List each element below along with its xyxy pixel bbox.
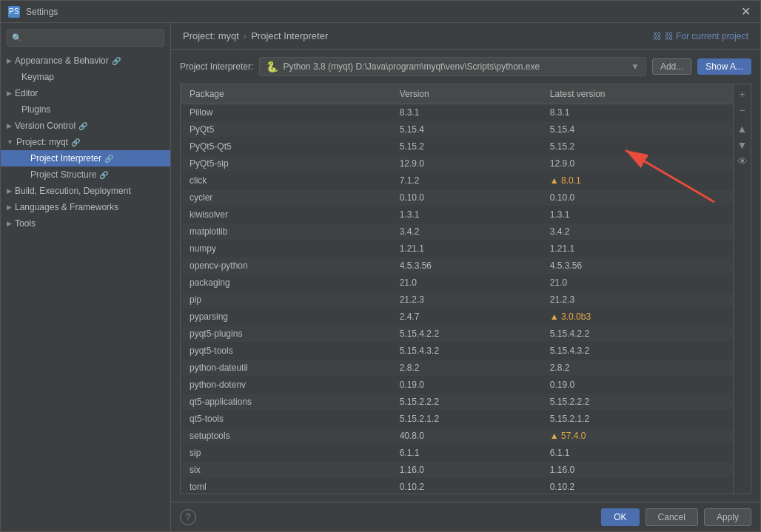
table-row[interactable]: Pillow8.3.18.3.1 xyxy=(181,104,733,121)
chain-icon: ⛓ xyxy=(653,31,662,41)
package-latest: 1.3.1 xyxy=(541,206,733,223)
package-latest: 5.15.2.1.2 xyxy=(541,411,733,428)
table-row[interactable]: cycler0.10.00.10.0 xyxy=(181,189,733,206)
scroll-up-button[interactable]: ▲ xyxy=(735,121,750,136)
help-button[interactable]: ? xyxy=(180,509,196,525)
interpreter-select[interactable]: 🐍 Python 3.8 (myqt) D:\Java\program\myqt… xyxy=(259,57,646,76)
right-panel: Project: myqt › Project Interpreter ⛓ ⛓ … xyxy=(171,23,760,531)
remove-package-button[interactable]: − xyxy=(735,103,750,118)
sidebar-item-appearance[interactable]: ▶ Appearance & Behavior 🔗 xyxy=(1,53,170,69)
package-name: packaging xyxy=(181,275,391,292)
sidebar-item-plugins[interactable]: Plugins xyxy=(1,101,170,118)
sidebar-item-project-myqt[interactable]: ▼ Project: myqt 🔗 xyxy=(1,134,170,150)
package-latest: ▲ 8.0.1 xyxy=(541,172,733,189)
table-row[interactable]: qt5-tools5.15.2.1.25.15.2.1.2 xyxy=(181,411,733,428)
show-all-button[interactable]: Show A... xyxy=(697,58,751,75)
table-row[interactable]: setuptools40.8.0▲ 57.4.0 xyxy=(181,428,733,445)
packages-table-wrapper: Package Version Latest version Pillow8.3… xyxy=(180,84,751,494)
sidebar-item-project-interpreter[interactable]: Project Interpreter 🔗 xyxy=(1,150,170,166)
package-name: numpy xyxy=(181,240,391,257)
search-input[interactable] xyxy=(25,33,159,43)
cancel-button[interactable]: Cancel xyxy=(646,508,698,526)
col-version: Version xyxy=(391,84,541,104)
package-version: 1.21.1 xyxy=(391,240,541,257)
ok-button[interactable]: OK xyxy=(601,508,639,526)
table-row[interactable]: opencv-python4.5.3.564.5.3.56 xyxy=(181,257,733,275)
package-version: 5.15.4.2.2 xyxy=(391,326,541,343)
sidebar: 🔍 ▶ Appearance & Behavior 🔗 Keymap ▶ Edi… xyxy=(1,23,171,531)
expand-arrow: ▶ xyxy=(7,187,12,195)
table-row[interactable]: pyparsing2.4.7▲ 3.0.0b3 xyxy=(181,309,733,326)
col-package: Package xyxy=(181,84,391,104)
add-interpreter-button[interactable]: Add... xyxy=(652,58,691,75)
scroll-down-button[interactable]: ▼ xyxy=(735,138,750,152)
table-row[interactable]: PyQt55.15.45.15.4 xyxy=(181,121,733,138)
sidebar-item-build-execution[interactable]: ▶ Build, Execution, Deployment xyxy=(1,183,170,199)
package-version: 2.8.2 xyxy=(391,360,541,377)
expand-arrow: ▶ xyxy=(7,122,12,129)
table-row[interactable]: pyqt5-tools5.15.4.3.25.15.4.3.2 xyxy=(181,343,733,360)
package-latest: 21.2.3 xyxy=(541,292,733,309)
sidebar-item-keymap[interactable]: Keymap xyxy=(1,69,170,85)
sidebar-item-editor[interactable]: ▶ Editor xyxy=(1,85,170,101)
package-latest: 5.15.4 xyxy=(541,121,733,138)
app-icon: PS xyxy=(8,6,20,18)
package-latest: 8.3.1 xyxy=(541,104,733,121)
package-latest: 1.16.0 xyxy=(541,462,733,479)
expand-arrow: ▶ xyxy=(7,220,12,227)
upgrade-indicator: ▲ 3.0.0b3 xyxy=(550,312,591,322)
package-latest: 0.10.2 xyxy=(541,479,733,495)
package-version: 7.1.2 xyxy=(391,172,541,189)
expand-arrow: ▶ xyxy=(7,203,12,211)
package-version: 21.2.3 xyxy=(391,292,541,309)
sidebar-item-project-structure[interactable]: Project Structure 🔗 xyxy=(1,166,170,183)
package-latest: 4.5.3.56 xyxy=(541,257,733,275)
footer: ? OK Cancel Apply xyxy=(171,502,760,531)
apply-button[interactable]: Apply xyxy=(704,508,751,526)
package-latest: ▲ 3.0.0b3 xyxy=(541,309,733,326)
table-row[interactable]: python-dotenv0.19.00.19.0 xyxy=(181,377,733,394)
col-latest: Latest version xyxy=(541,84,733,104)
sidebar-item-languages[interactable]: ▶ Languages & Frameworks xyxy=(1,199,170,215)
table-row[interactable]: six1.16.01.16.0 xyxy=(181,462,733,479)
table-row[interactable]: qt5-applications5.15.2.2.25.15.2.2.2 xyxy=(181,394,733,411)
package-name: python-dateutil xyxy=(181,360,391,377)
package-latest: 21.0 xyxy=(541,275,733,292)
packages-table: Package Version Latest version Pillow8.3… xyxy=(181,84,733,494)
expand-arrow: ▼ xyxy=(7,138,13,146)
repo-icon: 🔗 xyxy=(99,171,108,179)
dropdown-arrow-icon: ▼ xyxy=(631,61,640,72)
for-current-label: ⛓ For current project xyxy=(665,31,748,41)
eye-button[interactable]: 👁 xyxy=(735,154,750,169)
for-current-project-link[interactable]: ⛓ ⛓ For current project xyxy=(653,31,748,41)
table-row[interactable]: matplotlib3.4.23.4.2 xyxy=(181,223,733,240)
sidebar-item-label: Keymap xyxy=(21,72,54,82)
table-row[interactable]: sip6.1.16.1.1 xyxy=(181,445,733,462)
package-name: pip xyxy=(181,292,391,309)
table-row[interactable]: PyQt5-sip12.9.012.9.0 xyxy=(181,155,733,172)
package-latest: ▲ 57.4.0 xyxy=(541,428,733,445)
table-row[interactable]: pip21.2.321.2.3 xyxy=(181,292,733,309)
table-row[interactable]: python-dateutil2.8.22.8.2 xyxy=(181,360,733,377)
package-name: Pillow xyxy=(181,104,391,121)
table-row[interactable]: PyQt5-Qt55.15.25.15.2 xyxy=(181,138,733,155)
content-area: Project Interpreter: 🐍 Python 3.8 (myqt)… xyxy=(171,50,760,502)
table-row[interactable]: kiwisolver1.3.11.3.1 xyxy=(181,206,733,223)
table-row[interactable]: toml0.10.20.10.2 xyxy=(181,479,733,495)
add-package-button[interactable]: + xyxy=(735,87,750,101)
table-row[interactable]: packaging21.021.0 xyxy=(181,275,733,292)
table-row[interactable]: pyqt5-plugins5.15.4.2.25.15.4.2.2 xyxy=(181,326,733,343)
package-name: kiwisolver xyxy=(181,206,391,223)
sidebar-item-version-control[interactable]: ▶ Version Control 🔗 xyxy=(1,118,170,134)
table-row[interactable]: numpy1.21.11.21.1 xyxy=(181,240,733,257)
footer-right: OK Cancel Apply xyxy=(601,508,751,526)
search-box[interactable]: 🔍 xyxy=(7,29,164,47)
sidebar-item-label: Appearance & Behavior xyxy=(15,55,109,66)
packages-table-inner[interactable]: Package Version Latest version Pillow8.3… xyxy=(180,84,734,494)
package-name: setuptools xyxy=(181,428,391,445)
close-button[interactable]: ✕ xyxy=(738,4,753,19)
sidebar-item-label: Languages & Frameworks xyxy=(15,202,118,212)
package-name: cycler xyxy=(181,189,391,206)
table-row[interactable]: click7.1.2▲ 8.0.1 xyxy=(181,172,733,189)
sidebar-item-tools[interactable]: ▶ Tools xyxy=(1,215,170,232)
